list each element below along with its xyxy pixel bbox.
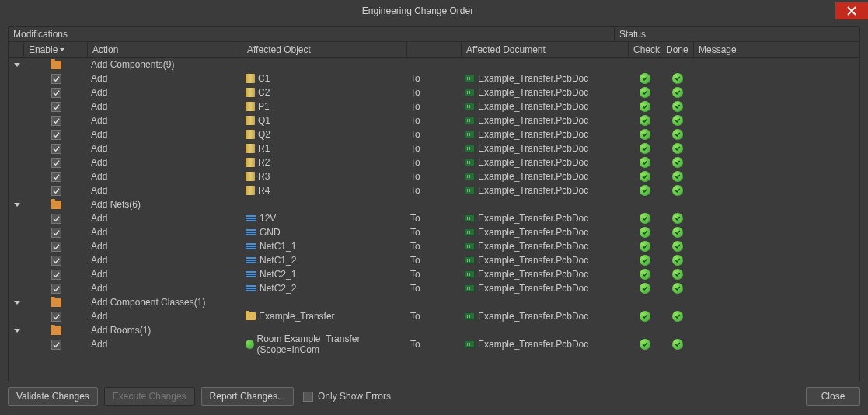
object-label: C2 [258, 87, 270, 98]
table-row[interactable]: Add12VToExample_Transfer.PcbDoc [9, 211, 859, 225]
col-message[interactable]: Message [694, 42, 859, 57]
table-row[interactable]: AddP1ToExample_Transfer.PcbDoc [9, 99, 859, 113]
group-row[interactable]: Add Components(9) [9, 58, 859, 71]
col-enable[interactable]: Enable [24, 42, 88, 57]
enable-checkbox[interactable] [51, 172, 61, 182]
execute-changes-button[interactable]: Execute Changes [104, 387, 195, 406]
expand-toggle-icon[interactable] [14, 63, 20, 67]
validate-changes-button[interactable]: Validate Changes [8, 387, 98, 406]
enable-checkbox[interactable] [51, 242, 61, 252]
component-icon [246, 172, 255, 181]
action-cell: Add [88, 101, 242, 112]
footer-bar: Validate Changes Execute Changes Report … [0, 382, 868, 410]
only-show-errors-checkbox[interactable] [303, 392, 313, 402]
table-row[interactable]: AddR1ToExample_Transfer.PcbDoc [9, 141, 859, 155]
group-row[interactable]: Add Component Classes(1) [9, 295, 859, 309]
done-status-icon [672, 101, 683, 112]
table-row[interactable]: AddNetC1_2ToExample_Transfer.PcbDoc [9, 253, 859, 267]
enable-checkbox[interactable] [51, 116, 61, 126]
component-icon [246, 88, 255, 97]
expand-toggle-icon[interactable] [14, 301, 20, 305]
to-cell: To [407, 283, 462, 294]
only-show-errors-wrap[interactable]: Only Show Errors [303, 391, 391, 402]
object-label: R1 [258, 143, 270, 154]
check-status-icon [640, 101, 650, 112]
group-label: Add Nets(6) [88, 199, 242, 210]
done-status-icon [672, 143, 683, 154]
table-row[interactable]: AddExample_TransferToExample_Transfer.Pc… [9, 309, 859, 323]
enable-checkbox[interactable] [51, 74, 61, 84]
room-icon [246, 340, 254, 349]
action-cell: Add [88, 171, 242, 182]
col-expand [9, 42, 24, 57]
enable-checkbox[interactable] [51, 228, 61, 238]
pcbdoc-icon [465, 131, 475, 138]
net-icon [246, 271, 256, 277]
table-row[interactable]: AddQ2ToExample_Transfer.PcbDoc [9, 127, 859, 141]
enable-checkbox[interactable] [51, 88, 61, 98]
document-label: Example_Transfer.PcbDoc [478, 283, 588, 294]
component-icon [246, 186, 255, 195]
col-check[interactable]: Check [629, 42, 661, 57]
enable-checkbox[interactable] [51, 214, 61, 224]
object-label: NetC1_2 [260, 255, 296, 266]
table-row[interactable]: AddR4ToExample_Transfer.PcbDoc [9, 183, 859, 197]
enable-checkbox[interactable] [51, 102, 61, 112]
object-cell: NetC2_1 [242, 269, 407, 280]
col-done[interactable]: Done [661, 42, 694, 57]
table-row[interactable]: AddC2ToExample_Transfer.PcbDoc [9, 85, 859, 99]
pcbdoc-icon [465, 145, 475, 152]
table-row[interactable]: AddC1ToExample_Transfer.PcbDoc [9, 71, 859, 85]
enable-checkbox[interactable] [51, 270, 61, 280]
document-label: Example_Transfer.PcbDoc [478, 241, 588, 252]
table-row[interactable]: AddNetC2_1ToExample_Transfer.PcbDoc [9, 267, 859, 281]
close-button[interactable]: Close [806, 387, 860, 406]
table-row[interactable]: AddNetC2_2ToExample_Transfer.PcbDoc [9, 281, 859, 295]
document-cell: Example_Transfer.PcbDoc [462, 311, 629, 322]
report-changes-button[interactable]: Report Changes... [201, 387, 294, 406]
component-icon [246, 102, 255, 111]
pcbdoc-icon [465, 256, 475, 264]
enable-checkbox[interactable] [51, 284, 61, 294]
window-close-button[interactable] [835, 2, 868, 19]
enable-checkbox[interactable] [51, 130, 61, 140]
done-status-icon [672, 115, 683, 126]
object-cell: GND [242, 227, 407, 238]
enable-checkbox[interactable] [51, 256, 61, 266]
check-status-icon [640, 339, 650, 350]
done-status-icon [672, 73, 683, 84]
to-cell: To [407, 115, 462, 126]
pcbdoc-icon [465, 75, 475, 82]
col-action[interactable]: Action [88, 42, 242, 57]
enable-checkbox[interactable] [51, 158, 61, 168]
check-status-icon [640, 269, 650, 280]
to-cell: To [407, 213, 462, 224]
table-row[interactable]: AddR2ToExample_Transfer.PcbDoc [9, 155, 859, 169]
table-row[interactable]: AddR3ToExample_Transfer.PcbDoc [9, 169, 859, 183]
document-label: Example_Transfer.PcbDoc [478, 171, 588, 182]
group-row[interactable]: Add Rooms(1) [9, 323, 859, 337]
col-affected-object[interactable]: Affected Object [242, 42, 407, 57]
check-status-icon [640, 157, 650, 168]
enable-checkbox[interactable] [51, 186, 61, 196]
sort-indicator-icon [60, 48, 64, 51]
table-row[interactable]: AddGNDToExample_Transfer.PcbDoc [9, 225, 859, 239]
col-affected-document[interactable]: Affected Document [462, 42, 629, 57]
object-label: Q2 [258, 129, 270, 140]
table-row[interactable]: AddQ1ToExample_Transfer.PcbDoc [9, 113, 859, 127]
check-status-icon [640, 129, 650, 140]
enable-checkbox[interactable] [51, 312, 61, 322]
table-row[interactable]: AddNetC1_1ToExample_Transfer.PcbDoc [9, 239, 859, 253]
eco-frame: Modifications Status Enable Action Affec… [8, 26, 860, 382]
group-row[interactable]: Add Nets(6) [9, 197, 859, 211]
document-cell: Example_Transfer.PcbDoc [462, 241, 629, 252]
to-cell: To [407, 101, 462, 112]
enable-checkbox[interactable] [51, 340, 61, 350]
object-cell: R2 [242, 157, 407, 168]
table-row[interactable]: AddRoom Example_Transfer (Scope=InComToE… [9, 337, 859, 351]
expand-toggle-icon[interactable] [14, 329, 20, 333]
enable-checkbox[interactable] [51, 144, 61, 154]
expand-toggle-icon[interactable] [14, 203, 20, 207]
to-cell: To [407, 241, 462, 252]
group-label: Add Rooms(1) [88, 325, 242, 336]
